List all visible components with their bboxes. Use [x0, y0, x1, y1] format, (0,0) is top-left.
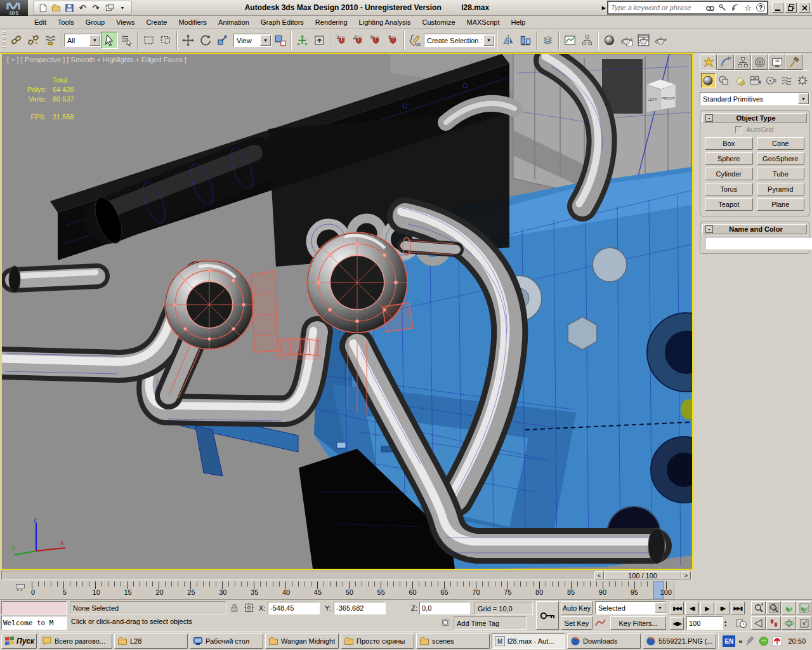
set-key-button[interactable]: Set Key: [561, 616, 593, 630]
rendered-frame-window-icon[interactable]: [635, 32, 652, 49]
time-slider-value[interactable]: 100 / 100: [604, 571, 681, 580]
orientation-cube[interactable]: LEFT FRONT: [646, 79, 676, 112]
search-expand-icon[interactable]: ▶: [602, 5, 606, 11]
tray-pen-icon[interactable]: [745, 636, 756, 646]
edit-named-selection-sets-icon[interactable]: ABC: [407, 32, 424, 49]
maxscript-listener-line[interactable]: Welcome to M: [1, 616, 67, 630]
dropdown-arrow-icon[interactable]: ▼: [483, 35, 494, 46]
save-file-icon[interactable]: [63, 2, 75, 13]
go-to-start-button[interactable]: ▮◀◀: [670, 602, 684, 614]
taskbar-clock[interactable]: 20:50: [788, 637, 806, 645]
viewport-canvas[interactable]: LEFT FRONT: [2, 54, 692, 569]
frame-spinner-arrows[interactable]: ▲▼: [724, 620, 727, 627]
start-button[interactable]: Пуск: [1, 633, 37, 649]
tab-display[interactable]: [768, 54, 785, 70]
dropdown-arrow-icon[interactable]: ▼: [655, 602, 665, 613]
align-icon[interactable]: [517, 32, 534, 49]
task-folder-l28[interactable]: L28: [114, 633, 188, 649]
category-shapes[interactable]: [717, 73, 731, 88]
viewport-label[interactable]: [ + ] [ Perspective ] [ Smooth + Highlig…: [7, 56, 187, 63]
redo-icon[interactable]: ↷: [90, 2, 102, 13]
menu-customize[interactable]: Customize: [417, 17, 461, 27]
menu-views[interactable]: Views: [111, 17, 140, 27]
maximize-viewport-toggle[interactable]: [797, 616, 811, 630]
primitive-category-dropdown[interactable]: Standard Primitives ▼: [700, 92, 809, 105]
plane-button[interactable]: Plane: [757, 198, 805, 211]
category-geometry[interactable]: [701, 73, 716, 88]
time-slider-handle[interactable]: < 100 / 100 >: [594, 571, 691, 580]
menu-edit[interactable]: Edit: [29, 17, 51, 27]
tray-avira-icon[interactable]: [772, 636, 782, 646]
torus-button[interactable]: Torus: [705, 183, 753, 196]
add-time-tag-field[interactable]: Add Time Tag: [454, 616, 527, 630]
graph-editors-icon[interactable]: [561, 32, 579, 49]
task-messenger[interactable]: Всего разгово...: [39, 633, 112, 649]
menu-create[interactable]: Create: [141, 17, 172, 27]
task-firefox-downloads[interactable]: Downloads: [567, 633, 641, 649]
render-setup-icon[interactable]: [618, 32, 635, 49]
menu-modifiers[interactable]: Modifiers: [173, 17, 212, 27]
current-frame-input[interactable]: [686, 616, 723, 630]
cone-button[interactable]: Cone: [757, 137, 805, 150]
tray-collapse-arrow[interactable]: «: [738, 637, 742, 645]
go-to-end-button[interactable]: ▶▶▮: [731, 602, 745, 614]
key-mode-dropdown[interactable]: Selected▼: [595, 601, 666, 614]
subscription-icon[interactable]: [729, 2, 742, 13]
menu-graph-editors[interactable]: Graph Editors: [256, 17, 309, 27]
select-object-button[interactable]: [101, 32, 118, 49]
x-coord-input[interactable]: [270, 604, 317, 612]
field-of-view-button[interactable]: [751, 616, 766, 630]
previous-frame-arrow[interactable]: <: [594, 571, 604, 580]
tab-create[interactable]: [700, 54, 717, 70]
tab-motion[interactable]: [751, 54, 768, 70]
select-and-move-icon[interactable]: [180, 32, 197, 49]
restore-button[interactable]: [785, 3, 797, 13]
task-folder-screens[interactable]: Просто скрины: [341, 633, 414, 649]
selection-filter-dropdown[interactable]: All▼: [64, 34, 101, 47]
collapse-icon[interactable]: -: [705, 225, 713, 233]
category-systems[interactable]: [795, 73, 809, 88]
z-coord-field[interactable]: [419, 602, 470, 614]
angle-snap-icon[interactable]: [350, 32, 367, 49]
key-filters-button[interactable]: Key Filters...: [610, 616, 666, 630]
category-space-warps[interactable]: [780, 73, 794, 88]
layer-manager-icon[interactable]: [539, 32, 556, 49]
tab-modify[interactable]: [717, 54, 734, 70]
select-and-manipulate-icon[interactable]: [294, 32, 311, 49]
communication-center-icon[interactable]: [716, 2, 729, 13]
y-coord-field[interactable]: [334, 602, 386, 614]
app-logo-button[interactable]: 3DS: [0, 0, 28, 16]
tube-button[interactable]: Tube: [757, 168, 805, 180]
tab-hierarchy[interactable]: [734, 54, 751, 70]
previous-frame-button[interactable]: ◀▮: [685, 602, 699, 614]
close-button[interactable]: [799, 3, 810, 13]
menu-group[interactable]: Group: [81, 17, 110, 27]
reference-coordinate-dropdown[interactable]: View▼: [233, 34, 272, 47]
fetch-icon[interactable]: [103, 2, 115, 13]
z-coord-input[interactable]: [422, 604, 468, 612]
mirror-icon[interactable]: [500, 32, 517, 49]
sphere-button[interactable]: Sphere: [705, 152, 753, 165]
zoom-button[interactable]: [751, 601, 766, 614]
cylinder-button[interactable]: Cylinder: [705, 168, 753, 180]
zoom-extents-button[interactable]: [782, 601, 796, 614]
select-and-rotate-icon[interactable]: [197, 32, 214, 49]
select-and-link-icon[interactable]: [8, 32, 25, 49]
keyboard-shortcut-override-icon[interactable]: [311, 32, 328, 49]
menu-lighting-analysis[interactable]: Lighting Analysis: [354, 17, 416, 27]
dropdown-arrow-icon[interactable]: ▼: [260, 35, 271, 46]
menu-help[interactable]: Help: [506, 17, 531, 27]
percent-snap-icon[interactable]: %: [367, 32, 384, 49]
search-binoculars-icon[interactable]: [704, 2, 716, 13]
selection-lock-icon[interactable]: [230, 603, 239, 613]
tray-icq-icon[interactable]: [759, 636, 769, 646]
pyramid-button[interactable]: Pyramid: [757, 183, 805, 196]
dropdown-arrow-icon[interactable]: ▼: [89, 35, 100, 46]
favorites-star-icon[interactable]: ☆: [742, 2, 754, 13]
help-icon[interactable]: ?: [756, 3, 765, 12]
qat-dropdown-arrow[interactable]: ▼: [117, 2, 128, 13]
absolute-offset-mode-icon[interactable]: [244, 602, 254, 613]
name-and-color-rollout-header[interactable]: - Name and Color: [702, 224, 807, 234]
key-mode-toggle-button[interactable]: ◀▮▶: [670, 617, 684, 630]
object-name-input[interactable]: [705, 237, 812, 249]
